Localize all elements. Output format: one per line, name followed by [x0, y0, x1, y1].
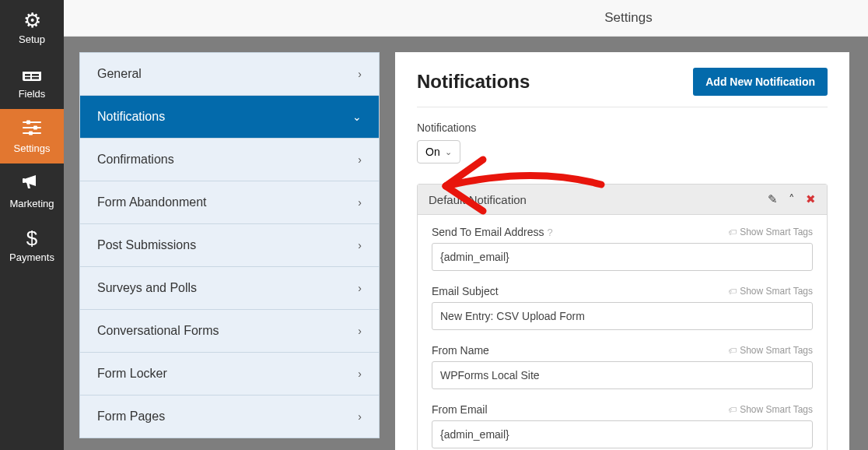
notification-card: Default Notification ✎ ˄ ✖ Send To Email…	[417, 184, 828, 450]
show-smart-tags-link[interactable]: Show Smart Tags	[728, 345, 813, 356]
notifications-toggle[interactable]: On ⌄	[417, 140, 460, 163]
field-label: From Email	[432, 403, 488, 416]
field-from-email: From EmailShow Smart Tags	[432, 403, 813, 448]
topbar-left	[64, 0, 389, 37]
chevron-right-icon: ›	[358, 367, 362, 380]
svg-rect-2	[25, 74, 30, 76]
show-smart-tags-link[interactable]: Show Smart Tags	[728, 227, 813, 237]
svg-rect-3	[25, 77, 30, 79]
svg-rect-12	[23, 178, 25, 183]
notifications-toggle-value: On	[425, 146, 440, 158]
chevron-down-icon: ⌄	[352, 111, 362, 123]
add-notification-button[interactable]: Add New Notification	[693, 68, 828, 96]
settings-item-general[interactable]: General›	[80, 53, 379, 96]
settings-item-form-locker[interactable]: Form Locker›	[80, 353, 379, 396]
card-body: Send To Email Address?Show Smart TagsEma…	[418, 215, 827, 450]
edit-icon[interactable]: ✎	[768, 192, 778, 206]
payments-icon: $	[26, 228, 37, 248]
settings-item-label: Form Pages	[97, 410, 165, 424]
rail-item-label: Payments	[9, 251, 54, 263]
field-label-row: From EmailShow Smart Tags	[432, 403, 813, 416]
setup-icon: ⚙	[23, 10, 41, 30]
left-rail: ⚙SetupFieldsSettingsMarketing$Payments	[0, 0, 64, 450]
settings-item-label: Form Locker	[97, 367, 167, 381]
chevron-right-icon: ›	[358, 410, 362, 423]
settings-item-label: Form Abandonment	[97, 195, 207, 209]
rail-item-label: Marketing	[9, 198, 54, 209]
field-input[interactable]	[432, 361, 813, 389]
rail-item-settings[interactable]: Settings	[0, 109, 64, 163]
svg-rect-5	[32, 77, 39, 79]
field-send-to-email-address: Send To Email Address?Show Smart Tags	[432, 226, 813, 271]
chevron-right-icon: ›	[358, 153, 362, 166]
card-header: Default Notification ✎ ˄ ✖	[418, 185, 827, 215]
fields-icon	[22, 65, 42, 85]
rail-item-fields[interactable]: Fields	[0, 54, 64, 109]
chevron-right-icon: ›	[358, 196, 362, 209]
field-label-row: Email SubjectShow Smart Tags	[432, 285, 813, 297]
rail-item-payments[interactable]: $Payments	[0, 218, 64, 272]
chevron-right-icon: ›	[358, 68, 362, 80]
settings-item-label: Notifications	[97, 110, 165, 124]
svg-rect-10	[33, 125, 37, 129]
settings-item-post-submissions[interactable]: Post Submissions›	[80, 224, 379, 267]
settings-item-label: General	[97, 67, 142, 81]
settings-item-label: Confirmations	[97, 153, 174, 167]
notifications-toggle-label: Notifications	[417, 121, 828, 134]
field-input[interactable]	[432, 420, 813, 448]
settings-item-form-abandonment[interactable]: Form Abandonment›	[80, 181, 379, 224]
settings-list: General›Notifications⌄Confirmations›Form…	[79, 52, 380, 438]
field-input[interactable]	[432, 302, 813, 330]
chevron-right-icon: ›	[358, 325, 362, 337]
field-label: From Name	[432, 344, 489, 357]
card-actions: ✎ ˄ ✖	[768, 192, 816, 206]
settings-item-label: Conversational Forms	[97, 324, 219, 338]
field-from-name: From NameShow Smart Tags	[432, 344, 813, 389]
rail-item-setup[interactable]: ⚙Setup	[0, 0, 64, 54]
svg-rect-11	[29, 131, 33, 135]
settings-column: General›Notifications⌄Confirmations›Form…	[64, 0, 389, 450]
field-label: Email Subject	[432, 285, 499, 297]
settings-item-conversational-forms[interactable]: Conversational Forms›	[80, 310, 379, 353]
panel: Notifications Add New Notification Notif…	[395, 52, 849, 450]
panel-header: Notifications Add New Notification	[417, 68, 828, 107]
show-smart-tags-link[interactable]: Show Smart Tags	[728, 404, 813, 415]
field-input[interactable]	[432, 243, 813, 271]
rail-item-marketing[interactable]: Marketing	[0, 163, 64, 218]
topbar-title: Settings	[604, 10, 652, 26]
show-smart-tags-link[interactable]: Show Smart Tags	[728, 286, 813, 297]
settings-item-notifications[interactable]: Notifications⌄	[80, 96, 379, 139]
collapse-icon[interactable]: ˄	[789, 192, 795, 206]
chevron-right-icon: ›	[358, 239, 362, 251]
delete-icon[interactable]: ✖	[806, 192, 816, 206]
rail-item-label: Setup	[19, 33, 45, 45]
marketing-icon	[22, 173, 42, 195]
settings-item-confirmations[interactable]: Confirmations›	[80, 139, 379, 181]
settings-item-label: Post Submissions	[97, 238, 196, 252]
content-column: Settings Notifications Add New Notificat…	[389, 0, 868, 450]
settings-item-surveys-and-polls[interactable]: Surveys and Polls›	[80, 267, 379, 310]
rail-item-label: Fields	[19, 88, 46, 100]
panel-title: Notifications	[417, 71, 530, 93]
field-label-row: From NameShow Smart Tags	[432, 344, 813, 357]
svg-rect-1	[23, 67, 41, 72]
settings-item-form-pages[interactable]: Form Pages›	[80, 396, 379, 438]
rail-item-label: Settings	[14, 142, 51, 154]
settings-icon	[22, 119, 42, 139]
card-title: Default Notification	[429, 193, 527, 206]
svg-rect-9	[26, 120, 30, 124]
field-label: Send To Email Address?	[432, 226, 553, 238]
chevron-down-icon: ⌄	[445, 147, 452, 157]
topbar: Settings	[389, 0, 868, 37]
field-email-subject: Email SubjectShow Smart Tags	[432, 285, 813, 330]
settings-item-label: Surveys and Polls	[97, 281, 197, 295]
svg-rect-4	[32, 74, 39, 76]
chevron-right-icon: ›	[358, 282, 362, 294]
field-label-row: Send To Email Address?Show Smart Tags	[432, 226, 813, 238]
help-icon[interactable]: ?	[548, 227, 553, 238]
